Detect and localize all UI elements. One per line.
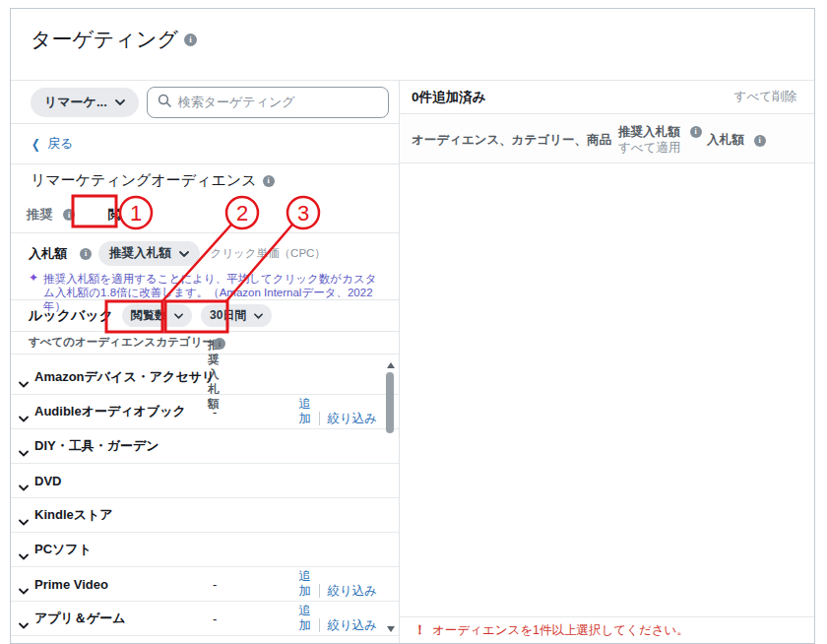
lookback-period-dropdown[interactable]: 30日間 (201, 304, 272, 327)
tab-suggested[interactable]: 推奨 i (27, 206, 75, 224)
bid-label: 入札額 (29, 245, 67, 263)
search-input[interactable] (178, 95, 378, 109)
chevron-down-icon[interactable] (19, 374, 29, 392)
chevron-down-icon[interactable] (19, 478, 29, 495)
info-icon[interactable]: i (80, 248, 92, 260)
category-row[interactable]: Amazonデバイス・アクセサリ (11, 360, 399, 395)
category-suggested-bid: - (213, 405, 217, 419)
page: ターゲティング i リマーケ... (0, 0, 827, 644)
category-row[interactable]: DVD (11, 464, 399, 498)
warning-text: オーディエンスを1件以上選択してください。 (432, 622, 689, 639)
column-bid-label: 入札額 (707, 132, 744, 149)
category-name: Audibleオーディオブック (34, 403, 186, 420)
actions-separator (319, 412, 320, 425)
info-icon[interactable]: i (184, 33, 197, 46)
targeting-left-panel: リマーケ... ❮ 戻る (11, 81, 400, 644)
scrollbar-thumb[interactable] (386, 372, 394, 433)
validation-warning: ！ オーディエンスを1件以上選択してください。 (400, 616, 814, 644)
targeting-type-dropdown[interactable]: リマーケ... (31, 88, 139, 117)
category-row[interactable]: Prime Video-追加絞り込み (11, 567, 399, 602)
chevron-down-icon[interactable] (19, 581, 29, 599)
tabs-row: 推奨 i 閲覧 (11, 197, 399, 233)
category-suggested-bid: - (213, 612, 217, 626)
section-title: リマーケティングオーディエンス (31, 171, 257, 190)
actions-separator (319, 618, 320, 632)
audience-category-list: Amazonデバイス・アクセサリAudibleオーディオブック-追加絞り込みDI… (11, 354, 399, 644)
chevron-down-icon[interactable] (19, 409, 29, 426)
warning-icon: ！ (414, 621, 426, 639)
added-header-row: 0件追加済み すべて削除 (400, 81, 814, 114)
info-icon[interactable]: i (754, 135, 766, 147)
info-icon[interactable]: i (214, 338, 225, 350)
info-icon[interactable]: i (263, 175, 275, 187)
category-actions: 追加絞り込み (298, 569, 377, 599)
search-box[interactable] (147, 87, 389, 118)
category-row[interactable]: Kindleストア (11, 498, 399, 533)
remove-all-link[interactable]: すべて削除 (734, 89, 796, 105)
column-suggested-bid-label: 推奨入札額 (618, 124, 680, 140)
add-link[interactable]: 追加 (298, 569, 312, 599)
back-label: 戻る (47, 135, 73, 153)
info-icon[interactable]: i (63, 209, 75, 221)
category-name: DVD (34, 474, 61, 488)
search-row: リマーケ... (11, 81, 399, 124)
lookback-metric-dropdown[interactable]: 閲覧数 (122, 304, 192, 327)
category-actions: 追加絞り込み (298, 604, 377, 633)
actions-separator (319, 584, 320, 598)
info-icon[interactable]: i (690, 126, 702, 138)
lookback-label: ルックバック (29, 307, 113, 325)
tab-browse[interactable]: 閲覧 (108, 206, 134, 224)
category-name: Kindleストア (34, 506, 113, 524)
category-row[interactable]: DIY・工具・ガーデン (11, 429, 399, 464)
chevron-down-icon (174, 313, 183, 319)
add-link[interactable]: 追加 (298, 397, 312, 426)
lookback-row: ルックバック 閲覧数 30日間 (11, 300, 399, 332)
bid-type-dropdown[interactable]: 推奨入札額 (98, 241, 200, 266)
refine-link[interactable]: 絞り込み (327, 618, 377, 633)
added-count: 0件追加済み (412, 89, 485, 106)
chevron-down-icon[interactable] (19, 512, 29, 530)
column-suggested-bid: 推奨入札額 i すべて適用 (618, 124, 702, 156)
column-bid: 入札額 i (707, 132, 766, 149)
category-name: アプリ＆ゲーム (34, 610, 126, 627)
chevron-down-icon[interactable] (19, 443, 29, 461)
category-row[interactable]: PCソフト (11, 533, 399, 567)
category-name: Prime Video (34, 577, 108, 592)
add-link[interactable]: 追加 (298, 604, 312, 633)
added-targets-empty-area (400, 163, 814, 616)
tab-suggested-label: 推奨 (27, 206, 52, 224)
chevron-down-icon (179, 251, 189, 257)
chevron-down-icon (115, 99, 125, 105)
bid-type-value: 推奨入札額 (109, 245, 171, 262)
added-targets-panel: 0件追加済み すべて削除 オーディエンス、カテゴリー、商品 推奨入札額 i すべ… (400, 81, 814, 644)
search-icon (158, 94, 171, 111)
chevron-down-icon[interactable] (19, 615, 29, 633)
back-link[interactable]: ❮ 戻る (31, 135, 73, 153)
back-row: ❮ 戻る (11, 124, 399, 164)
category-suggested-bid: - (213, 577, 217, 592)
targeting-type-value: リマーケ... (44, 94, 107, 111)
title-bar: ターゲティング i (11, 9, 814, 81)
lookback-period-value: 30日間 (210, 307, 246, 324)
bid-section: 入札額 i 推奨入札額 クリック単価（CPC） ✦ 推奨入札額を適用することによ… (11, 233, 399, 300)
category-row[interactable]: アプリ＆ゲーム-追加絞り込み (11, 602, 399, 636)
bid-unit-label: クリック単価（CPC） (211, 246, 326, 261)
category-name: PCソフト (34, 541, 92, 558)
category-row[interactable]: Audibleオーディオブック-追加絞り込み (11, 395, 399, 429)
added-columns-header: オーディエンス、カテゴリー、商品 推奨入札額 i すべて適用 入札額 i (400, 114, 814, 163)
apply-all-link[interactable]: すべて適用 (618, 141, 680, 155)
chevron-down-icon[interactable] (19, 547, 29, 564)
category-actions: 追加絞り込み (298, 397, 377, 426)
refine-link[interactable]: 絞り込み (327, 412, 377, 426)
list-header-col1: すべてのオーディエンスカテゴリー (29, 335, 214, 350)
lookback-metric-value: 閲覧数 (131, 307, 166, 324)
category-name: Amazonデバイス・アクセサリ (34, 368, 215, 386)
scrollbar-up-icon[interactable] (387, 362, 395, 368)
chevron-down-icon (254, 313, 263, 319)
scrollbar[interactable] (386, 360, 395, 634)
scrollbar-down-icon[interactable] (387, 626, 395, 632)
refine-link[interactable]: 絞り込み (327, 584, 377, 599)
category-name: DIY・工具・ガーデン (34, 437, 159, 455)
category-list-header: すべてのオーディエンスカテゴリー 推奨入札額 i (11, 332, 399, 354)
targeting-card: ターゲティング i リマーケ... (10, 8, 815, 644)
